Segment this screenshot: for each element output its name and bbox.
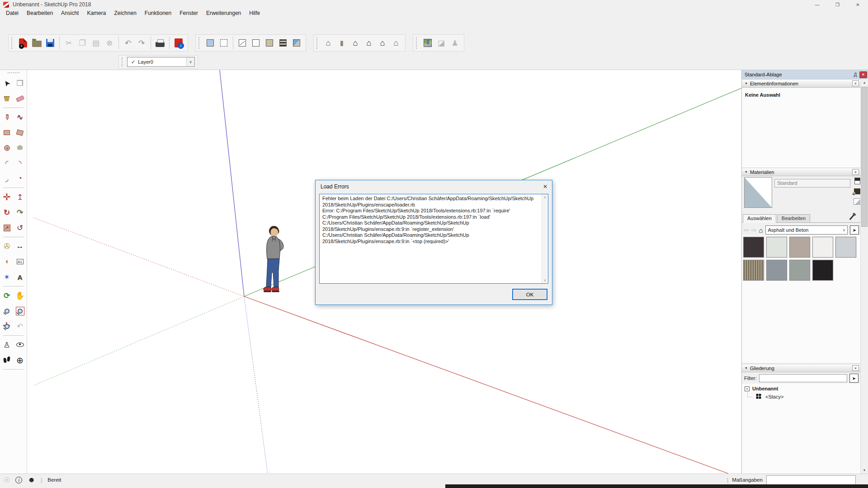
- toolbar-grip[interactable]: [11, 37, 13, 49]
- outliner-close-button[interactable]: ×: [852, 365, 859, 371]
- style-wireframe-button[interactable]: [236, 36, 249, 50]
- menu-hilfe[interactable]: Hilfe: [245, 9, 264, 17]
- rectangle-tool[interactable]: [1, 127, 12, 138]
- zoom-extents-tool[interactable]: [1, 321, 12, 332]
- polygon-tool[interactable]: [14, 142, 25, 153]
- material-swatch-smooth-gray[interactable]: [766, 260, 787, 281]
- filter-options-button[interactable]: ➤: [849, 374, 859, 383]
- tray-header[interactable]: Standard-Ablage Д ×: [742, 70, 868, 79]
- protractor-tool[interactable]: ◖: [1, 256, 12, 267]
- view-back-button[interactable]: ⌂: [363, 36, 375, 50]
- menu-zeichnen[interactable]: Zeichnen: [110, 9, 140, 17]
- toolbar-grip[interactable]: [198, 37, 200, 49]
- panel-scrollbar[interactable]: ▲ ▼: [860, 79, 868, 474]
- rotated-rectangle-tool[interactable]: [14, 127, 25, 138]
- style-hidden-line-button[interactable]: [250, 36, 262, 50]
- save-button[interactable]: [44, 36, 57, 50]
- section-plane-tool[interactable]: ⊕: [14, 355, 25, 366]
- geolocation-status-icon[interactable]: ☉: [4, 476, 10, 484]
- scale-figure-stacy[interactable]: [256, 224, 288, 296]
- dialog-title-bar[interactable]: Load Errors ✕: [316, 180, 552, 193]
- menu-ansicht[interactable]: Ansicht: [57, 9, 83, 17]
- menu-fenster[interactable]: Fenster: [175, 9, 202, 17]
- sample-paint-button[interactable]: [851, 214, 853, 221]
- add-location-button[interactable]: [421, 36, 434, 50]
- material-swatch-stucco-white[interactable]: [812, 237, 833, 258]
- push-pull-tool[interactable]: ↥: [14, 192, 25, 202]
- home-icon[interactable]: ⌂: [759, 226, 763, 234]
- zoom-window-tool[interactable]: [14, 305, 25, 316]
- style-shaded-textures-button[interactable]: [277, 36, 289, 50]
- offset-tool[interactable]: ↺: [14, 222, 25, 233]
- position-camera-tool[interactable]: ♙: [1, 339, 12, 350]
- menu-kamera[interactable]: Kamera: [83, 9, 110, 17]
- freehand-tool[interactable]: ∿: [14, 112, 25, 122]
- orbit-tool[interactable]: ⟳: [1, 290, 12, 301]
- view-front-button[interactable]: ⌂: [349, 36, 362, 50]
- toolbar-grip[interactable]: [122, 57, 123, 66]
- look-around-tool[interactable]: [14, 339, 25, 350]
- collection-dropdown[interactable]: Asphalt und Beton ∨: [765, 225, 848, 235]
- restore-button[interactable]: ❐: [827, 0, 848, 9]
- material-swatch-concrete-gray[interactable]: [835, 237, 856, 258]
- scrollbar-thumb[interactable]: [861, 87, 868, 227]
- model-info-button[interactable]: [172, 36, 185, 50]
- scroll-down-icon[interactable]: ∨: [544, 277, 547, 283]
- scrollbar-up-icon[interactable]: ▲: [861, 79, 868, 86]
- details-arrow-button[interactable]: ➤: [850, 225, 859, 235]
- tray-close-button[interactable]: ×: [859, 71, 867, 78]
- view-top-button[interactable]: ▮: [335, 36, 348, 50]
- menu-funktionen[interactable]: Funktionen: [141, 9, 175, 17]
- material-name-field[interactable]: Standard: [774, 179, 850, 188]
- material-swatch-concrete-light[interactable]: [766, 237, 787, 258]
- style-monochrome-button[interactable]: [290, 36, 303, 50]
- scale-tool[interactable]: ↗: [1, 222, 12, 233]
- close-button[interactable]: ✕: [848, 0, 868, 9]
- view-right-button[interactable]: ⌂: [390, 36, 402, 50]
- style-shaded-button[interactable]: [263, 36, 276, 50]
- style-xray-button[interactable]: [204, 36, 217, 50]
- follow-me-tool[interactable]: ↷: [14, 207, 25, 218]
- create-material-icon[interactable]: [854, 188, 861, 194]
- new-button[interactable]: [17, 36, 29, 50]
- pan-tool[interactable]: ✋: [14, 290, 25, 301]
- secondary-pane-icon[interactable]: [854, 178, 860, 184]
- layer-dropdown[interactable]: ✓ Layer0 ∨: [127, 57, 195, 67]
- credits-info-icon[interactable]: [15, 477, 22, 483]
- collapse-triangle-icon[interactable]: ▼: [745, 366, 748, 370]
- pie-tool[interactable]: ◔: [14, 173, 25, 184]
- print-button[interactable]: [154, 36, 166, 50]
- redo-button[interactable]: ↷: [135, 36, 148, 50]
- undo-button[interactable]: ↶: [122, 36, 134, 50]
- rotate-tool[interactable]: ↻: [1, 207, 12, 218]
- materials-header[interactable]: ▼ Materialien ×: [742, 168, 861, 176]
- dialog-scrollbar[interactable]: ∧ ∨: [542, 194, 548, 283]
- scrollbar-down-icon[interactable]: ▼: [861, 467, 868, 474]
- walk-tool[interactable]: [1, 355, 12, 366]
- view-left-button[interactable]: ⌂: [376, 36, 389, 50]
- paint-bucket-tool[interactable]: [1, 93, 12, 104]
- toolbar-grip[interactable]: [416, 37, 418, 49]
- pin-icon[interactable]: Д: [851, 72, 859, 77]
- three-point-arc-tool[interactable]: ◞: [1, 173, 12, 184]
- material-swatch-asphalt-dark[interactable]: [743, 237, 764, 258]
- entity-info-header[interactable]: ▼ Elementinformationen ×: [742, 79, 861, 88]
- two-point-arc-tool[interactable]: ◝: [14, 158, 25, 169]
- make-component-tool[interactable]: ❒: [14, 78, 25, 89]
- palette-grip[interactable]: [8, 72, 19, 75]
- open-button[interactable]: [30, 36, 43, 50]
- zoom-tool[interactable]: [1, 305, 12, 316]
- move-tool[interactable]: ✛: [1, 192, 12, 202]
- material-swatch-aggregate-tan[interactable]: [789, 237, 810, 258]
- collapse-triangle-icon[interactable]: ▼: [745, 82, 748, 85]
- material-swatch-formwork-striped[interactable]: [743, 260, 764, 281]
- tab-bearbeiten[interactable]: Bearbeiten: [777, 214, 810, 222]
- eraser-tool[interactable]: [14, 93, 25, 104]
- material-swatch-asphalt-black[interactable]: [812, 260, 833, 281]
- outliner-header[interactable]: ▼ Gliederung ×: [742, 364, 861, 372]
- menu-datei[interactable]: Datei: [2, 9, 23, 17]
- menu-erweiterungen[interactable]: Erweiterungen: [202, 9, 245, 17]
- style-back-edges-button[interactable]: [217, 36, 230, 50]
- text-tool[interactable]: A1: [14, 256, 25, 267]
- layer-dropdown-arrow[interactable]: ∨: [186, 57, 194, 66]
